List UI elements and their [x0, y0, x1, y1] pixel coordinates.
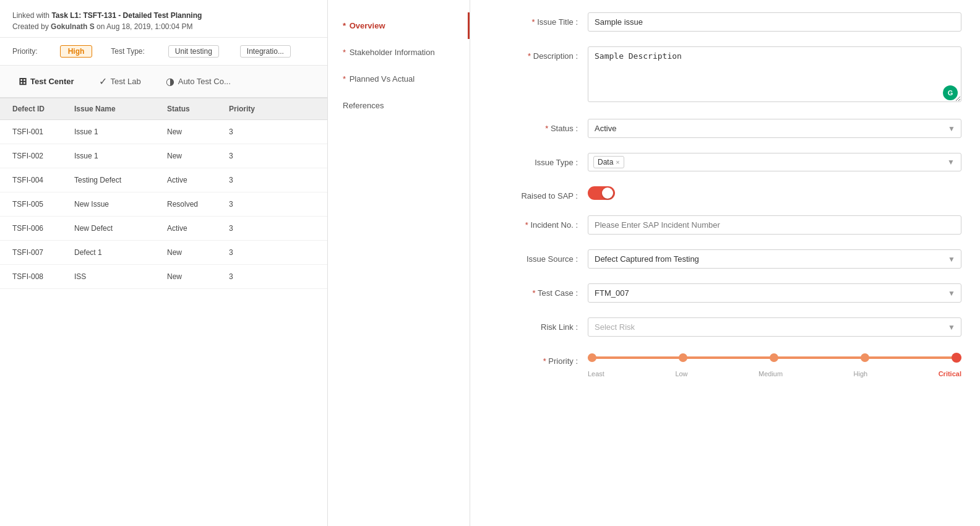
status-label: * Status : — [489, 119, 588, 133]
risk-link-select[interactable]: Select Risk — [588, 317, 961, 337]
raised-to-sap-label: Raised to SAP : — [489, 186, 588, 200]
meta-row: Priority: High Test Type: Unit testing I… — [0, 38, 327, 66]
created-by-text: Created by Gokulnath S on Aug 18, 2019, … — [12, 22, 315, 31]
table-row[interactable]: TSFI-006 New Defect Active 3 — [0, 217, 327, 241]
grammarly-icon: G — [943, 85, 958, 100]
col-priority: Priority — [229, 105, 278, 113]
auto-test-icon: ◑ — [166, 75, 174, 87]
raised-to-sap-field: Raised to SAP : — [489, 186, 961, 200]
issue-title-label: * Issue Title : — [489, 12, 588, 27]
slider-dot-high — [861, 353, 869, 362]
tab-test-lab-label: Test Lab — [111, 77, 141, 86]
nav-overview[interactable]: * Overview — [328, 12, 470, 39]
table-row[interactable]: TSFI-004 Testing Defect Active 3 — [0, 168, 327, 192]
test-case-control: FTM_007 ▼ — [588, 283, 961, 303]
issue-source-select[interactable]: Defect Captured from Testing — [588, 249, 961, 269]
nav-planned-label: Planned Vs Actual — [350, 74, 415, 84]
label-low: Low — [675, 370, 687, 377]
test-type-tag-2: Integratio... — [240, 45, 291, 58]
col-issue-name: Issue Name — [74, 105, 167, 113]
tab-test-center[interactable]: ⊞ Test Center — [12, 72, 80, 91]
left-panel: Linked with Task L1: TSFT-131 - Detailed… — [0, 0, 328, 526]
nav-planned-vs-actual[interactable]: * Planned Vs Actual — [328, 66, 470, 92]
linked-task-text: Linked with Task L1: TSFT-131 - Detailed… — [12, 11, 315, 20]
risk-link-select-wrapper: Select Risk ▼ — [588, 317, 961, 337]
table-row[interactable]: TSFI-005 New Issue Resolved 3 — [0, 192, 327, 217]
incident-no-field: * Incident No. : — [489, 215, 961, 235]
issue-source-select-wrapper: Defect Captured from Testing ▼ — [588, 249, 961, 269]
label-high: High — [854, 370, 868, 377]
issue-source-label: Issue Source : — [489, 249, 588, 264]
label-least: Least — [588, 370, 604, 377]
label-critical: Critical — [939, 370, 961, 377]
issue-type-field: Issue Type : Data × ▼ — [489, 153, 961, 171]
tab-auto-test[interactable]: ◑ Auto Test Co... — [160, 72, 237, 91]
incident-no-input[interactable] — [588, 215, 961, 235]
nav-panel: * Overview * Stakeholder Information * P… — [328, 0, 470, 526]
slider-dot-least — [588, 353, 596, 362]
description-label: * Description : — [489, 46, 588, 61]
test-case-select-wrapper: FTM_007 ▼ — [588, 283, 961, 303]
table-row[interactable]: TSFI-002 Issue 1 New 3 — [0, 144, 327, 168]
risk-link-control: Select Risk ▼ — [588, 317, 961, 337]
table-row[interactable]: TSFI-008 ISS New 3 — [0, 265, 327, 289]
incident-no-label: * Incident No. : — [489, 215, 588, 230]
tab-test-center-label: Test Center — [30, 77, 74, 86]
nav-references-label: References — [343, 101, 384, 110]
priority-badge: High — [60, 45, 93, 58]
priority-label: * Priority : — [489, 351, 588, 366]
test-type-tag-1: Unit testing — [168, 45, 219, 58]
status-control: Active Inactive Closed ▼ — [588, 119, 961, 138]
test-case-label: * Test Case : — [489, 283, 588, 298]
test-case-select[interactable]: FTM_007 — [588, 283, 961, 303]
status-select-wrapper: Active Inactive Closed ▼ — [588, 119, 961, 138]
risk-link-label: Risk Link : — [489, 317, 588, 332]
toggle-wrapper — [588, 186, 961, 200]
tabs-row: ⊞ Test Center ✓ Test Lab ◑ Auto Test Co.… — [0, 66, 327, 98]
issue-title-control — [588, 12, 961, 32]
nav-stakeholder-label: Stakeholder Information — [350, 48, 435, 57]
test-lab-icon: ✓ — [99, 75, 107, 87]
incident-no-control — [588, 215, 961, 235]
slider-dots — [588, 353, 961, 363]
priority-control: Least Low Medium High Critical — [588, 351, 961, 377]
test-type-label: Test Type: — [111, 47, 144, 56]
status-field: * Status : Active Inactive Closed ▼ — [489, 119, 961, 138]
description-field: * Description : Sample Description G — [489, 46, 961, 104]
table-row[interactable]: TSFI-007 Defect 1 New 3 — [0, 241, 327, 265]
nav-references[interactable]: References — [328, 92, 470, 119]
col-status: Status — [167, 105, 229, 113]
slider-dot-low — [679, 353, 687, 362]
issue-type-multi-select[interactable]: Data × ▼ — [588, 153, 961, 171]
description-textarea[interactable]: Sample Description — [588, 46, 961, 102]
textarea-wrapper: Sample Description G — [588, 46, 961, 104]
nav-stakeholder[interactable]: * Stakeholder Information — [328, 39, 470, 66]
table-header: Defect ID Issue Name Status Priority — [0, 98, 327, 120]
issue-type-chip: Data × — [593, 156, 624, 168]
priority-label: Priority: — [12, 47, 38, 56]
raised-to-sap-toggle[interactable] — [588, 186, 615, 200]
description-control: Sample Description G — [588, 46, 961, 104]
test-case-field: * Test Case : FTM_007 ▼ — [489, 283, 961, 303]
test-center-icon: ⊞ — [19, 75, 27, 87]
label-medium: Medium — [759, 370, 783, 377]
issue-title-input[interactable] — [588, 12, 961, 32]
issue-type-label: Issue Type : — [489, 153, 588, 167]
issue-type-chip-close[interactable]: × — [616, 158, 619, 166]
tab-test-lab[interactable]: ✓ Test Lab — [93, 72, 147, 91]
issue-type-control: Data × ▼ — [588, 153, 961, 171]
slider-track-container — [588, 356, 961, 359]
raised-to-sap-control — [588, 186, 961, 200]
issue-source-field: Issue Source : Defect Captured from Test… — [489, 249, 961, 269]
toggle-circle — [602, 188, 613, 199]
issue-source-control: Defect Captured from Testing ▼ — [588, 249, 961, 269]
priority-field: * Priority : — [489, 351, 961, 377]
table-row[interactable]: TSFI-001 Issue 1 New 3 — [0, 120, 327, 144]
status-select[interactable]: Active Inactive Closed — [588, 119, 961, 138]
slider-dot-medium — [770, 353, 778, 362]
issue-type-arrow: ▼ — [947, 158, 955, 166]
slider-labels: Least Low Medium High Critical — [588, 370, 961, 377]
tab-auto-test-label: Auto Test Co... — [178, 77, 231, 86]
issue-title-field: * Issue Title : — [489, 12, 961, 32]
task-header: Linked with Task L1: TSFT-131 - Detailed… — [0, 0, 327, 38]
